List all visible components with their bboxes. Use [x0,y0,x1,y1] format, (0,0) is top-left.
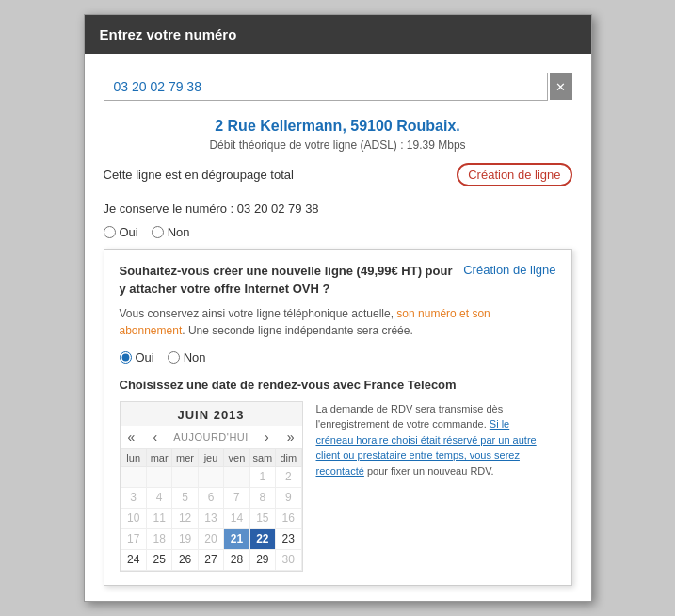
calendar-day[interactable]: 18 [146,528,171,549]
calendar-day[interactable]: 9 [276,487,301,508]
calendar-day [172,466,198,487]
clear-button[interactable]: ✕ [550,73,572,100]
calendar-day[interactable]: 28 [224,549,249,570]
calendar-day[interactable]: 8 [249,487,275,508]
calendar-today-label: AUJOURD'HUI [173,431,249,443]
calendar-day[interactable]: 25 [146,549,171,570]
panel-body: ✕ 2 Rue Kellermann, 59100 Roubaix. Débit… [85,54,591,600]
top-non-radio[interactable] [152,226,164,238]
cal-nav-next-button[interactable]: › [263,430,271,445]
debit-line: Débit théorique de votre ligne (ADSL) : … [104,138,572,152]
sub-panel: Souhaitez-vous créer une nouvelle ligne … [104,249,572,585]
calendar-rdv-row: JUIN 2013 « ‹ AUJOURD'HUI › » lunmarmerj… [120,401,556,572]
calendar-day[interactable]: 17 [121,528,146,549]
calendar-day [121,466,146,487]
calendar-day[interactable]: 30 [276,549,301,570]
rdv-info: La demande de RDV sera transmise dès l'e… [316,401,542,572]
sub-panel-desc-text: Vous conservez ainsi votre ligne télépho… [120,307,490,337]
calendar-header: JUIN 2013 [121,402,302,426]
creation-ligne-link-plain[interactable]: Création de ligne [463,263,555,277]
sub-oui-non-row: Oui Non [120,350,556,365]
calendar-day[interactable]: 2 [276,466,301,487]
highlight-text: son numéro et son abonnement [120,307,490,337]
creation-ligne-link-outlined[interactable]: Création de ligne [457,163,571,186]
dégroupage-label: Cette ligne est en dégroupage total [104,168,294,182]
calendar-day[interactable]: 22 [249,528,275,549]
top-oui-label[interactable]: Oui [104,225,138,239]
calendar-day[interactable]: 26 [172,549,198,570]
top-oui-non-row: Oui Non [104,225,572,239]
calendar-day[interactable]: 3 [121,487,146,508]
phone-input[interactable] [104,73,548,101]
calendar-day-header: lun [121,448,146,466]
clear-icon: ✕ [555,80,566,94]
cal-nav-prev-prev-button[interactable]: « [126,430,137,445]
calendar: JUIN 2013 « ‹ AUJOURD'HUI › » lunmarmerj… [120,401,303,572]
calendar-day[interactable]: 24 [121,549,146,570]
calendar-day[interactable]: 12 [172,508,198,528]
calendar-day[interactable]: 20 [198,528,223,549]
sub-oui-label[interactable]: Oui [120,350,154,365]
phone-input-row: ✕ [104,73,572,101]
calendar-day-header: mer [172,448,198,466]
calendar-day[interactable]: 15 [249,508,275,528]
cal-nav-prev-button[interactable]: ‹ [151,430,159,445]
rdv-info-link-text: Si le créneau horaire choisi était réser… [316,418,537,477]
calendar-day-header: ven [224,448,249,466]
top-non-label[interactable]: Non [152,225,190,239]
calendar-day[interactable]: 10 [121,508,146,528]
calendar-day[interactable]: 16 [276,508,301,528]
calendar-day[interactable]: 4 [146,487,171,508]
calendar-day[interactable]: 7 [224,487,249,508]
calendar-day [198,466,223,487]
dégroupage-row: Cette ligne est en dégroupage total Créa… [104,163,572,192]
calendar-day[interactable]: 21 [224,528,249,549]
calendar-day[interactable]: 13 [198,508,223,528]
calendar-day-header: dim [276,448,301,466]
calendar-day[interactable]: 19 [172,528,198,549]
sub-non-label[interactable]: Non [168,350,206,365]
calendar-month: JUIN 2013 [121,408,302,422]
calendar-day[interactable]: 29 [249,549,275,570]
calendar-day-header: sam [249,448,275,466]
calendar-day[interactable]: 1 [249,466,275,487]
sub-panel-header: Souhaitez-vous créer une nouvelle ligne … [120,263,556,297]
rdv-info-text: La demande de RDV sera transmise dès l'e… [316,403,537,477]
address-title: 2 Rue Kellermann, 59100 Roubaix. [104,118,572,135]
panel-header: Entrez votre numéro [85,15,591,54]
sub-panel-title: Souhaitez-vous créer une nouvelle ligne … [120,263,460,297]
sub-non-radio[interactable] [168,351,180,364]
calendar-day[interactable]: 23 [276,528,301,549]
calendar-day[interactable]: 6 [198,487,223,508]
calendar-day [224,466,249,487]
choisissez-title: Choisissez une date de rendez-vous avec … [120,378,556,392]
calendar-day[interactable]: 27 [198,549,223,570]
main-panel: Entrez votre numéro ✕ 2 Rue Kellermann, … [84,14,592,601]
calendar-day[interactable]: 14 [224,508,249,528]
calendar-day[interactable]: 11 [146,508,171,528]
cal-nav-next-next-button[interactable]: » [285,430,297,445]
sub-panel-desc: Vous conservez ainsi votre ligne télépho… [120,305,556,339]
panel-title: Entrez votre numéro [100,26,237,42]
calendar-nav: « ‹ AUJOURD'HUI › » [121,426,302,448]
sub-oui-radio[interactable] [120,351,132,364]
calendar-day [146,466,171,487]
top-oui-radio[interactable] [104,226,116,238]
calendar-day-header: jeu [198,448,223,466]
conserve-row: Je conserve le numéro : 03 20 02 79 38 [104,202,572,216]
calendar-day-header: mar [146,448,171,466]
calendar-grid: lunmarmerjeuvensamdim 123456789101112131… [121,448,302,571]
calendar-day[interactable]: 5 [172,487,198,508]
